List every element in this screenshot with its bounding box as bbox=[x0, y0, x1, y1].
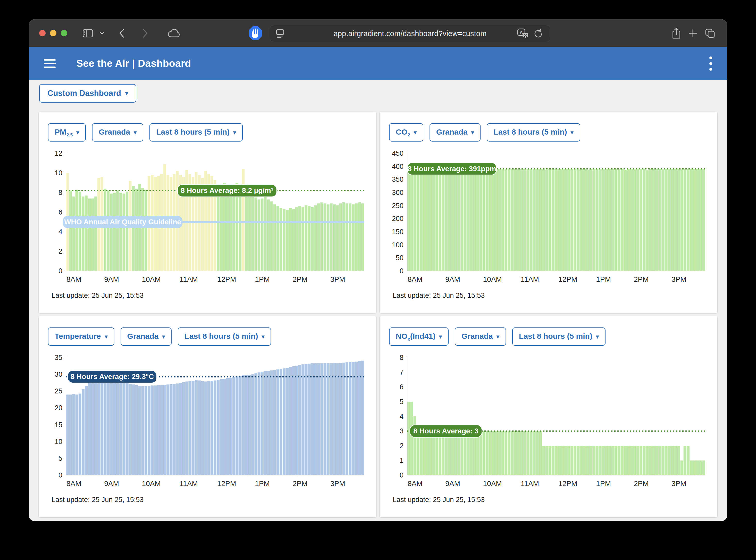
bar bbox=[523, 169, 526, 271]
reload-icon[interactable] bbox=[533, 28, 543, 39]
back-icon[interactable] bbox=[119, 28, 124, 38]
y-tick: 2 bbox=[59, 247, 62, 255]
bar bbox=[505, 169, 507, 271]
y-tick: 8 bbox=[59, 189, 62, 197]
bar bbox=[201, 381, 204, 476]
tab-overview-icon[interactable] bbox=[705, 28, 715, 38]
y-tick: 100 bbox=[392, 241, 403, 249]
bar bbox=[69, 395, 72, 476]
parameter-dropdown[interactable]: CO2▾ bbox=[389, 123, 423, 142]
bar bbox=[295, 366, 298, 476]
bar bbox=[251, 197, 254, 271]
chevron-down-icon[interactable] bbox=[100, 32, 104, 35]
translate-icon[interactable]: A bbox=[517, 28, 528, 39]
bar bbox=[595, 446, 598, 475]
bar bbox=[122, 383, 125, 475]
bar bbox=[229, 378, 232, 476]
bar bbox=[355, 362, 358, 475]
hand-extension-icon[interactable] bbox=[248, 26, 262, 41]
bar bbox=[529, 169, 532, 271]
parameter-dropdown[interactable]: PM2.5▾ bbox=[48, 123, 86, 142]
bar bbox=[439, 169, 441, 271]
range-dropdown[interactable]: Last 8 hours (5 min)▾ bbox=[487, 123, 580, 142]
y-tick: 20 bbox=[55, 404, 62, 412]
bar bbox=[248, 185, 251, 271]
bar bbox=[151, 386, 153, 476]
bar bbox=[304, 205, 308, 271]
x-tick: 9AM bbox=[104, 275, 119, 283]
bar bbox=[630, 169, 633, 271]
bar bbox=[342, 202, 345, 271]
bar bbox=[232, 377, 235, 475]
bar bbox=[251, 375, 254, 476]
bar bbox=[407, 166, 410, 271]
location-dropdown[interactable]: Granada▾ bbox=[121, 327, 172, 346]
bar bbox=[119, 193, 122, 271]
bar bbox=[464, 431, 466, 475]
dashboard-selector-label: Custom Dashboard bbox=[47, 89, 121, 98]
bar bbox=[539, 169, 542, 271]
parameter-dropdown[interactable]: Temperature▾ bbox=[48, 327, 114, 346]
kebab-menu-icon[interactable] bbox=[709, 57, 712, 71]
dashboard-selector[interactable]: Custom Dashboard ▾ bbox=[39, 84, 136, 103]
bar bbox=[652, 446, 655, 475]
bar bbox=[451, 169, 454, 271]
bar bbox=[76, 395, 78, 476]
bar bbox=[658, 169, 661, 271]
bar bbox=[113, 382, 116, 475]
minimize-window-button[interactable] bbox=[50, 30, 57, 36]
x-tick: 12PM bbox=[217, 275, 236, 283]
x-tick: 11AM bbox=[521, 275, 539, 283]
x-tick: 2PM bbox=[293, 275, 308, 283]
chevron-down-icon: ▾ bbox=[571, 130, 573, 135]
cloud-icon[interactable] bbox=[167, 28, 181, 38]
bar bbox=[520, 431, 523, 475]
location-dropdown[interactable]: Granada▾ bbox=[455, 327, 506, 346]
range-dropdown[interactable]: Last 8 hours (5 min)▾ bbox=[512, 327, 606, 346]
sidebar-icon[interactable] bbox=[83, 29, 93, 37]
range-dropdown[interactable]: Last 8 hours (5 min)▾ bbox=[149, 123, 243, 142]
bar bbox=[217, 380, 219, 475]
address-bar[interactable]: app.airgradient.com/dashboard?view=custo… bbox=[270, 25, 550, 42]
bar bbox=[270, 371, 273, 475]
bar bbox=[539, 431, 542, 475]
range-dropdown[interactable]: Last 8 hours (5 min)▾ bbox=[178, 327, 271, 346]
bar bbox=[649, 446, 652, 475]
dashboard-grid: PM2.5▾ Granada▾ Last 8 hours (5 min)▾ 02… bbox=[29, 106, 727, 517]
menu-icon[interactable] bbox=[44, 59, 56, 68]
bar bbox=[549, 446, 551, 475]
bar bbox=[179, 383, 182, 475]
bar bbox=[633, 169, 636, 271]
forward-icon[interactable] bbox=[143, 28, 148, 38]
bar bbox=[586, 169, 589, 271]
bar bbox=[470, 169, 473, 271]
pm25-chart: 0246810128AM9AM10AM11AM12PM1PM2PM3PMWHO … bbox=[48, 149, 367, 288]
bar bbox=[69, 191, 72, 271]
bar bbox=[687, 446, 690, 475]
y-tick: 5 bbox=[59, 455, 62, 462]
bar bbox=[182, 382, 185, 476]
y-tick: 25 bbox=[55, 387, 62, 395]
share-icon[interactable] bbox=[672, 27, 681, 39]
close-window-button[interactable] bbox=[39, 30, 46, 36]
bar bbox=[148, 386, 150, 476]
bar bbox=[492, 169, 495, 271]
bar bbox=[327, 204, 330, 271]
location-dropdown[interactable]: Granada▾ bbox=[429, 123, 481, 142]
bar bbox=[460, 431, 463, 475]
reader-icon[interactable] bbox=[276, 28, 285, 38]
x-tick: 3PM bbox=[671, 480, 687, 487]
bar bbox=[286, 211, 289, 271]
bar bbox=[273, 370, 276, 476]
bar bbox=[98, 381, 100, 476]
y-tick: 30 bbox=[55, 371, 62, 379]
chevron-down-icon: ▾ bbox=[414, 130, 417, 135]
parameter-dropdown[interactable]: NOx(Ind41)▾ bbox=[389, 327, 448, 346]
new-tab-icon[interactable] bbox=[689, 29, 697, 38]
y-tick: 7 bbox=[400, 368, 403, 376]
co2-chart: 0501001502002503003504004508AM9AM10AM11A… bbox=[389, 149, 708, 288]
last-update: Last update: 25 Jun 25, 15:53 bbox=[393, 496, 708, 504]
location-dropdown[interactable]: Granada▾ bbox=[92, 123, 143, 142]
zoom-window-button[interactable] bbox=[61, 30, 67, 36]
url-text: app.airgradient.com/dashboard?view=custo… bbox=[270, 29, 550, 38]
